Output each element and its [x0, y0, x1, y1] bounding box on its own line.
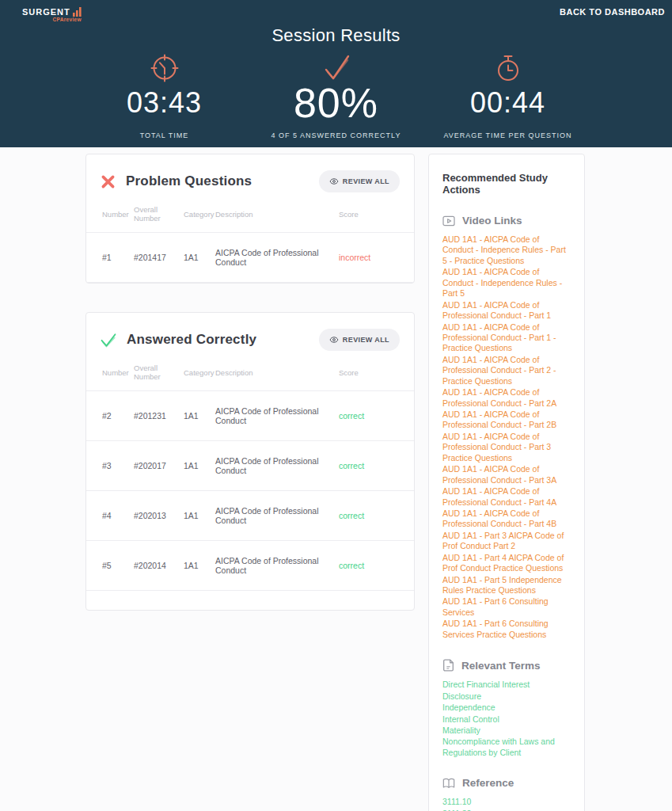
x-icon [100, 173, 116, 190]
review-all-correct-button[interactable]: REVIEW ALL [319, 329, 400, 351]
video-link[interactable]: AUD 1A1 - AICPA Code of Professional Con… [442, 387, 571, 409]
logo-sub-text: CPAreview [22, 17, 82, 22]
row-score: correct [339, 491, 414, 541]
row-category: 1A1 [184, 233, 215, 283]
row-overall-number: #201417 [134, 233, 184, 283]
back-to-dashboard-button[interactable]: BACK TO DASHBOARD [560, 7, 665, 17]
col-category: Category [184, 202, 215, 233]
video-link[interactable]: AUD 1A1 - AICPA Code of Professional Con… [442, 432, 571, 463]
check-icon [250, 52, 422, 84]
eye-icon [329, 177, 339, 186]
video-link[interactable]: AUD 1A1 - AICPA Code of Professional Con… [442, 355, 571, 386]
table-row[interactable]: #5 #202014 1A1 AICPA Code of Professiona… [86, 541, 414, 591]
study-actions-title: Recommended Study Actions [442, 172, 571, 196]
relevant-terms-heading: Relevant Terms [461, 660, 541, 672]
video-links-heading: Video Links [462, 215, 522, 227]
header: SURGENT CPAreview BACK TO DASHBOARD Sess… [0, 0, 672, 147]
main-content: Problem Questions REVIEW ALL Number Over… [0, 147, 672, 811]
col-description: Description [215, 202, 339, 233]
review-all-label: REVIEW ALL [343, 177, 389, 185]
review-all-label: REVIEW ALL [343, 336, 389, 344]
row-category: 1A1 [184, 541, 215, 591]
row-score: correct [339, 441, 414, 491]
stopwatch-icon [422, 52, 594, 84]
col-category: Category [184, 360, 215, 391]
problem-questions-card: Problem Questions REVIEW ALL Number Over… [85, 154, 415, 284]
video-link[interactable]: AUD 1A1 - AICPA Code of Professional Con… [442, 409, 571, 431]
row-description: AICPA Code of Professional Conduct [215, 391, 339, 441]
term-link[interactable]: Disclosure [442, 691, 571, 702]
reference-link[interactable]: 3111.10 [442, 797, 571, 807]
video-links-list: AUD 1A1 - AICPA Code of Conduct - Indepe… [442, 234, 571, 640]
col-score: Score [339, 202, 414, 233]
relevant-terms-section-head: Relevant Terms [442, 659, 571, 672]
surgent-logo[interactable]: SURGENT CPAreview [22, 7, 82, 22]
stat-total-time: 03:43 TOTAL TIME [78, 52, 250, 139]
table-row[interactable]: #4 #202013 1A1 AICPA Code of Professiona… [86, 491, 414, 541]
video-link[interactable]: AUD 1A1 - AICPA Code of Professional Con… [442, 322, 571, 354]
reference-heading: Reference [462, 777, 514, 789]
row-description: AICPA Code of Professional Conduct [215, 233, 339, 283]
row-number: #4 [86, 491, 134, 541]
row-score: correct [339, 391, 414, 441]
row-overall-number: #202013 [134, 491, 184, 541]
video-link[interactable]: AUD 1A1 - AICPA Code of Professional Con… [442, 464, 571, 485]
video-link[interactable]: AUD 1A1 - Part 4 AICPA Code of Prof Cond… [442, 553, 571, 574]
stats-row: 03:43 TOTAL TIME 80% 4 OF 5 ANSWERED COR… [0, 52, 672, 139]
row-number: #3 [86, 441, 134, 491]
stat-score: 80% 4 OF 5 ANSWERED CORRECTLY [250, 52, 422, 139]
row-number: #2 [86, 391, 134, 441]
term-link[interactable]: Independence [442, 702, 571, 713]
row-number: #1 [86, 233, 134, 283]
video-link[interactable]: AUD 1A1 - Part 6 Consulting Services [442, 596, 571, 618]
results-column: Problem Questions REVIEW ALL Number Over… [85, 154, 415, 611]
video-link[interactable]: AUD 1A1 - AICPA Code of Professional Con… [442, 508, 571, 530]
term-link[interactable]: Internal Control [442, 714, 571, 725]
row-number: #5 [86, 541, 134, 591]
row-description: AICPA Code of Professional Conduct [215, 541, 339, 591]
term-link[interactable]: Direct Financial Interest [442, 680, 571, 690]
clock-icon [78, 52, 250, 84]
score-percent-value: 80% [250, 84, 422, 122]
video-link[interactable]: AUD 1A1 - AICPA Code of Conduct - Indepe… [442, 234, 571, 266]
document-icon [442, 659, 454, 672]
col-number: Number [86, 202, 134, 233]
row-overall-number: #201231 [134, 391, 184, 441]
table-row[interactable]: #1 #201417 1A1 AICPA Code of Professiona… [86, 233, 414, 283]
row-overall-number: #202014 [134, 541, 184, 591]
row-category: 1A1 [184, 491, 215, 541]
row-overall-number: #202017 [134, 441, 184, 491]
video-link[interactable]: AUD 1A1 - Part 6 Consulting Services Pra… [442, 619, 571, 640]
video-link[interactable]: AUD 1A1 - AICPA Code of Professional Con… [442, 486, 571, 508]
row-category: 1A1 [184, 391, 215, 441]
total-time-label: TOTAL TIME [78, 131, 250, 139]
answered-correctly-table: Number Overall Number Category Descripti… [86, 360, 414, 591]
table-row[interactable]: #3 #202017 1A1 AICPA Code of Professiona… [86, 441, 414, 491]
table-row[interactable]: #2 #201231 1A1 AICPA Code of Professiona… [86, 391, 414, 441]
problem-questions-title: Problem Questions [126, 173, 319, 189]
problem-questions-table: Number Overall Number Category Descripti… [86, 202, 414, 283]
col-number: Number [86, 360, 134, 391]
row-category: 1A1 [184, 441, 215, 491]
row-description: AICPA Code of Professional Conduct [215, 441, 339, 491]
col-score: Score [339, 360, 414, 391]
review-all-problems-button[interactable]: REVIEW ALL [319, 170, 400, 192]
row-description: AICPA Code of Professional Conduct [215, 491, 339, 541]
video-links-section-head: Video Links [442, 215, 571, 227]
video-link[interactable]: AUD 1A1 - Part 5 Independence Rules Prac… [442, 575, 571, 596]
study-actions-card: Recommended Study Actions Video Links AU… [428, 154, 585, 811]
col-overall-number: Overall Number [134, 202, 184, 233]
reference-list: 3111.10 3111.32 3111.33 3111.34 3111.35 … [442, 797, 571, 811]
average-time-label: AVERAGE TIME PER QUESTION [422, 131, 594, 139]
video-link[interactable]: AUD 1A1 - Part 3 AICPA Code of Prof Cond… [442, 531, 571, 552]
term-link[interactable]: Noncompliance with Laws and Regulations … [442, 737, 571, 758]
total-time-value: 03:43 [78, 84, 250, 122]
score-percent-label: 4 OF 5 ANSWERED CORRECTLY [250, 131, 422, 139]
video-link[interactable]: AUD 1A1 - AICPA Code of Professional Con… [442, 300, 571, 322]
term-link[interactable]: Materiality [442, 725, 571, 736]
eye-icon [329, 335, 339, 345]
col-description: Description [215, 360, 339, 391]
video-link[interactable]: AUD 1A1 - AICPA Code of Conduct - Indepe… [442, 267, 571, 299]
relevant-terms-list: Direct Financial Interest Disclosure Ind… [442, 680, 571, 758]
stat-average-time: 00:44 AVERAGE TIME PER QUESTION [422, 52, 594, 139]
